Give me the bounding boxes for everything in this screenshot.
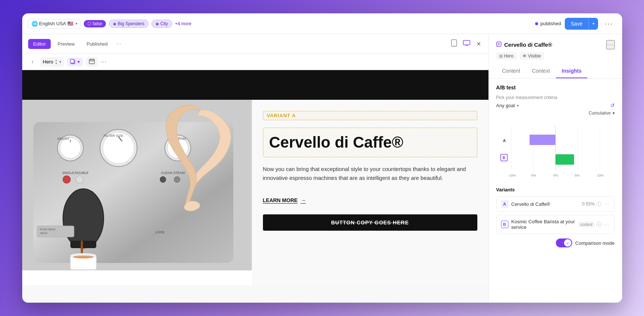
toolbar-back-button[interactable]: ↑ xyxy=(28,57,37,66)
right-panel-title: Cervello di Caffe® xyxy=(496,42,552,48)
published-dot-icon xyxy=(535,22,538,25)
variant-item-b: B Kosmic Coffee Barista at your service … xyxy=(496,215,615,234)
svg-text:B: B xyxy=(503,156,505,160)
close-editor-button[interactable]: ✕ xyxy=(475,39,483,49)
svg-text:A: A xyxy=(503,138,506,143)
cumulative-selector[interactable]: Cumulative ▾ xyxy=(496,111,615,116)
panel-title-text: Cervello di Caffe® xyxy=(504,42,552,48)
save-chevron-icon[interactable]: ▾ xyxy=(588,19,598,29)
top-bar: 🌐 English USA 🇺🇸 ▾ ⬡ false ◈ Big Spender… xyxy=(22,13,622,34)
goal-chevron-icon: ▾ xyxy=(517,103,519,108)
section-label: Hero xyxy=(43,59,53,65)
svg-point-32 xyxy=(63,189,104,248)
cta-button[interactable]: BUTTON COPY GOES HERE xyxy=(263,214,477,231)
section-arrows-icon: ▲▼ xyxy=(55,59,58,65)
tab-more-dots[interactable]: ··· xyxy=(116,40,122,47)
variant-label: VARIANT A xyxy=(263,111,477,120)
toolbar-copy-button[interactable]: ▾ xyxy=(67,57,83,66)
false-tag-label: false xyxy=(93,21,102,26)
cumulative-label: Cumulative xyxy=(588,111,611,116)
big-spenders-label: Big Spenders xyxy=(118,21,144,26)
save-button[interactable]: Save ▾ xyxy=(565,18,598,30)
variant-a-more-button[interactable]: ··· xyxy=(604,201,610,207)
right-panel-tabs: Content Context Insights xyxy=(496,64,615,78)
refresh-icon[interactable]: ↺ xyxy=(610,102,615,108)
published-status: published xyxy=(535,21,561,26)
breadcrumb-hero: ⊟ Hero xyxy=(496,52,517,60)
variant-a-info-icon[interactable]: i xyxy=(596,201,601,207)
svg-text:-10%: -10% xyxy=(508,174,516,177)
variant-a-name: Cervello di Caffe® xyxy=(511,201,579,207)
svg-text:STEAM: STEAM xyxy=(173,171,185,175)
svg-point-40 xyxy=(184,204,197,211)
goal-selector[interactable]: Any goal ▾ ↺ xyxy=(496,102,615,108)
toggle-check-icon: ✓ xyxy=(566,241,569,245)
big-spenders-icon: ◈ xyxy=(113,21,116,26)
locale-selector[interactable]: 🌐 English USA 🇺🇸 ▾ xyxy=(28,19,81,29)
desktop-view-button[interactable] xyxy=(461,39,472,49)
variant-a-stat: 0.55% i xyxy=(582,201,601,207)
tab-published[interactable]: Published xyxy=(81,39,113,49)
right-panel-header: Cervello di Caffe® ··· ⊟ Hero 👁 Visible xyxy=(489,34,622,79)
editor-toolbar: ↑ Hero ▲▼ ▾ ▾ xyxy=(22,54,488,70)
svg-rect-41 xyxy=(37,226,74,237)
canvas-area: MOUNT FILTER SIZE PROGRAM SINGLE xyxy=(22,70,488,303)
more-tags[interactable]: +4 more xyxy=(175,21,191,26)
false-tag-icon: ⬡ xyxy=(87,21,91,26)
locale-flag: 🇺🇸 xyxy=(67,21,73,26)
toggle-knob: ✓ xyxy=(564,239,571,247)
learn-more-link[interactable]: LEARN MORE → xyxy=(263,197,477,203)
locale-label: English USA xyxy=(39,21,66,26)
svg-text:LOCK: LOCK xyxy=(156,230,165,234)
toolbar-calendar-button[interactable] xyxy=(86,57,98,67)
svg-text:5%: 5% xyxy=(575,174,580,177)
svg-rect-2 xyxy=(463,40,470,45)
hero-title-box: Cervello di Caffe® xyxy=(263,128,477,157)
variant-b-letter: B xyxy=(501,221,508,228)
published-label: published xyxy=(540,21,561,26)
variant-b-stat: control i xyxy=(578,221,601,227)
ab-test-chart: A B -10% -5% 0% 5% 10% xyxy=(496,122,615,181)
panel-more-button[interactable]: ··· xyxy=(606,40,614,49)
section-chevron-icon: ▾ xyxy=(59,60,61,64)
svg-point-31 xyxy=(174,177,180,182)
topbar-more-button[interactable]: ··· xyxy=(602,18,616,29)
toolbar-section-selector[interactable]: Hero ▲▼ ▾ xyxy=(40,57,64,67)
tab-content[interactable]: Content xyxy=(496,64,526,78)
tab-preview[interactable]: Preview xyxy=(52,39,80,49)
svg-rect-58 xyxy=(555,154,574,165)
tag-city[interactable]: ◈ City xyxy=(151,20,172,28)
svg-point-30 xyxy=(160,177,166,182)
breadcrumb-visible: 👁 Visible xyxy=(520,52,544,60)
mobile-view-button[interactable] xyxy=(450,38,458,50)
tag-big-spenders[interactable]: ◈ Big Spenders xyxy=(109,20,149,28)
main-window: 🌐 English USA 🇺🇸 ▾ ⬡ false ◈ Big Spender… xyxy=(22,13,622,303)
goal-label: Any goal xyxy=(496,103,515,108)
svg-rect-57 xyxy=(530,135,555,145)
svg-rect-33 xyxy=(70,241,96,248)
tab-insights[interactable]: Insights xyxy=(556,64,588,78)
svg-point-27 xyxy=(76,176,83,183)
editor-tabs: Editor Preview Published ··· xyxy=(22,34,488,54)
save-label: Save xyxy=(565,18,588,30)
comparison-label: Comparison mode xyxy=(575,240,614,246)
variant-b-info-icon[interactable]: i xyxy=(596,222,601,227)
arrow-right-icon: → xyxy=(301,197,306,203)
right-panel-title-row: Cervello di Caffe® ··· xyxy=(496,40,615,49)
tab-editor[interactable]: Editor xyxy=(28,39,51,49)
svg-text:DOUBLE: DOUBLE xyxy=(75,171,89,175)
hero-image: MOUNT FILTER SIZE PROGRAM SINGLE xyxy=(22,100,252,285)
tab-context[interactable]: Context xyxy=(526,64,556,78)
cumulative-chevron-icon: ▾ xyxy=(613,111,615,116)
top-bar-right: published Save ▾ ··· xyxy=(535,18,616,30)
editor-panel: Editor Preview Published ··· xyxy=(22,34,489,303)
comparison-mode-toggle[interactable]: ✓ xyxy=(556,238,572,247)
tag-false[interactable]: ⬡ false xyxy=(84,20,106,27)
svg-rect-6 xyxy=(70,59,74,63)
canvas-header-dark xyxy=(22,70,488,100)
hero-breadcrumb-icon: ⊟ xyxy=(499,54,503,59)
content-area: Editor Preview Published ··· xyxy=(22,34,622,303)
toolbar-more-button[interactable]: ··· xyxy=(101,59,107,65)
right-panel: Cervello di Caffe® ··· ⊟ Hero 👁 Visible xyxy=(489,34,622,303)
variant-b-more-button[interactable]: ··· xyxy=(604,221,610,227)
